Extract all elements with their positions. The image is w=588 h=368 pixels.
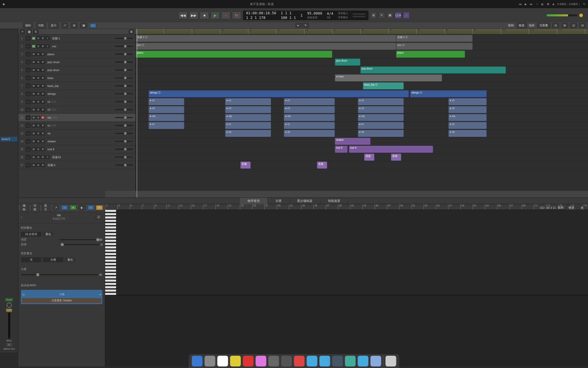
rec-enable-button[interactable]: R <box>41 52 45 56</box>
mute-button[interactable]: M <box>32 100 36 103</box>
mute-button[interactable]: M <box>32 124 36 127</box>
plugin-slot[interactable]: Izone 9 <box>1 137 18 142</box>
track-row[interactable]: 3 ♪ M S R piano <box>18 50 136 58</box>
region-row[interactable]: 浪漫浪漫 <box>136 153 588 161</box>
track-volume-slider[interactable] <box>115 38 133 39</box>
track-volume-slider[interactable] <box>115 101 133 102</box>
region[interactable]: piano <box>396 51 465 58</box>
playhead[interactable] <box>137 29 137 198</box>
solo-button[interactable]: S <box>36 100 40 103</box>
region[interactable]: ● vb <box>284 130 335 137</box>
region[interactable]: ● vla <box>448 114 487 121</box>
editor-midi-in-icon[interactable]: ● <box>70 205 76 210</box>
track-volume-slider[interactable] <box>115 157 133 158</box>
editor-list-icon[interactable]: ☰ <box>95 215 102 220</box>
region-row[interactable]: pianopiano <box>136 50 588 58</box>
rec-enable-button[interactable]: R <box>41 124 45 127</box>
region[interactable]: pop drum <box>360 66 506 74</box>
rec-enable-button[interactable]: R <box>41 116 45 119</box>
track-name[interactable]: vla Ch3 <box>46 116 114 119</box>
track-row[interactable]: 13 ♪ M S R vb <box>18 130 136 137</box>
region[interactable]: strings ⓘ <box>149 90 409 97</box>
track-name[interactable]: v2 Ch2 <box>46 108 114 111</box>
dock-wps-icon[interactable] <box>294 356 305 366</box>
zoom-h-out-icon[interactable]: ⊟ <box>552 23 559 28</box>
region-row[interactable]: ● v2● v2● v2● v2● v2 <box>136 106 588 114</box>
region[interactable]: Inst 9 <box>335 146 348 153</box>
swing-slider[interactable] <box>61 244 99 245</box>
lcd-display[interactable]: 01:00:00:18.56 1 2 1 178 1 1 1 100 1 1 1… <box>243 10 369 20</box>
master-button[interactable]: 1234 <box>395 12 401 19</box>
editor-collapse-icon[interactable]: ⟐ <box>88 205 94 210</box>
region[interactable]: voc ⓘ <box>136 43 396 50</box>
track-row[interactable]: 17 〰 M S R 音频 5 <box>18 161 136 169</box>
rec-enable-button[interactable]: R <box>41 60 45 64</box>
solo-button[interactable]: S <box>36 44 40 48</box>
play-button[interactable]: ▶ <box>211 12 220 19</box>
apple-menu-icon[interactable]: ◆ <box>3 2 5 6</box>
region[interactable]: ● vc <box>149 122 184 129</box>
next-icon[interactable]: ⏭ <box>530 3 533 6</box>
editor-midi-out-icon[interactable]: ◐ <box>78 205 85 210</box>
solo-button[interactable]: S <box>36 132 40 135</box>
track-row[interactable]: 7 ♪ M S R bass_bip <box>18 82 136 90</box>
mute-button[interactable]: M <box>32 37 36 40</box>
solo-button[interactable]: ▦ <box>387 12 393 19</box>
solo-button[interactable]: S <box>36 116 40 119</box>
bnce-label[interactable]: Bnce <box>6 339 12 342</box>
mute-button[interactable]: M <box>32 132 36 135</box>
region[interactable]: ● v1 <box>358 98 404 105</box>
track-name[interactable]: piano <box>46 53 114 56</box>
track-row[interactable]: 6 ♪ M S R bass <box>18 74 136 82</box>
scale-quant-button[interactable]: 量化 <box>65 257 76 262</box>
track-row[interactable]: 5 ♪ M S R pop drum <box>18 66 136 74</box>
track-name[interactable]: pop drum <box>46 68 114 72</box>
solo-button[interactable]: S <box>36 76 40 80</box>
catch-toggle[interactable]: ▦ <box>80 23 87 28</box>
track-row[interactable]: 1 〰 M S R I 音频 1 <box>18 34 136 42</box>
velocity-slider[interactable] <box>21 274 98 275</box>
region[interactable]: ● v2 <box>225 106 271 113</box>
rec-enable-button[interactable]: R <box>41 147 45 151</box>
region-row[interactable]: ● vla● vla● vla● vla● vla <box>136 114 588 122</box>
track-row[interactable]: 8 ♪ M S R strings <box>18 90 136 98</box>
region-row[interactable]: strings ⓘstrings ⓘ <box>136 90 588 98</box>
track-volume-slider[interactable] <box>115 70 133 71</box>
track-type-icon[interactable]: ♪ <box>26 52 31 57</box>
track-row[interactable]: 9 ♪ M S R v1 Ch1 <box>18 98 136 106</box>
flex-toggle[interactable]: ⊞ <box>71 23 78 28</box>
auto-next-icon[interactable]: ↪ <box>99 293 101 296</box>
track-type-icon[interactable]: ♪ <box>26 139 31 144</box>
rec-enable-button[interactable]: R <box>41 140 45 143</box>
link-toggle[interactable]: ⟐ <box>90 23 96 28</box>
dock-safari-icon[interactable] <box>358 356 369 366</box>
mute-button[interactable]: M <box>32 60 36 64</box>
wifi-icon[interactable]: ◈ <box>552 3 554 6</box>
dock-finder-icon[interactable] <box>192 356 203 366</box>
add-track-button[interactable]: + <box>20 30 25 34</box>
rec-enable-button[interactable]: R <box>41 84 45 88</box>
region[interactable]: ● vb <box>358 130 404 137</box>
region[interactable]: ● v2 <box>448 106 487 113</box>
account-icon[interactable]: ◐ <box>541 3 544 6</box>
stop-button[interactable]: ■ <box>200 12 209 19</box>
region[interactable]: ● v1 <box>448 98 487 105</box>
editor-catch-icon[interactable]: ↗ <box>53 205 59 210</box>
zoom-fit-icon[interactable]: ⊡ <box>570 23 577 28</box>
region-row[interactable]: ● v1● v1● v1● v1● v1 <box>136 98 588 106</box>
track-row[interactable]: 15 ♪ M S R Inst 9 <box>18 145 136 153</box>
track-volume-slider[interactable] <box>115 62 133 63</box>
rec-enable-button[interactable]: R <box>41 44 45 48</box>
region-row[interactable]: voc ⓘvoc ⓘ <box>136 42 588 50</box>
solo-button[interactable]: S <box>36 84 40 88</box>
track-volume-slider[interactable] <box>115 165 133 166</box>
track-type-icon[interactable]: ♪ <box>26 115 31 120</box>
region[interactable]: jazz drum <box>335 59 360 66</box>
track-name[interactable]: bass_bip <box>46 84 114 87</box>
region[interactable]: ● vla <box>225 114 271 121</box>
solo-button[interactable]: S <box>36 37 40 40</box>
region[interactable]: ● vc <box>448 122 487 129</box>
track-options-button[interactable]: ⊞ <box>129 30 134 34</box>
track-volume-slider[interactable] <box>115 133 133 134</box>
rec-enable-button[interactable]: R <box>41 92 45 96</box>
